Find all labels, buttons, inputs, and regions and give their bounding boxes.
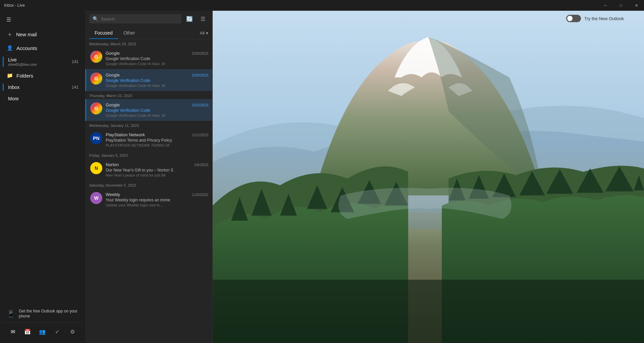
email-preview: PLAYSTATION NETWORK TERMS OF <box>106 143 208 147</box>
accounts-label: Accounts <box>16 45 37 51</box>
more-item[interactable]: More <box>3 93 83 105</box>
email-preview: Google Verification Code Hi Hani, W <box>106 84 208 88</box>
outlook-app-promo[interactable]: 📱 Get the free Outlook app on your phone <box>3 305 83 323</box>
more-label: More <box>8 96 19 101</box>
filter-chevron-icon: ▾ <box>206 31 208 36</box>
sidebar-bottom: 📱 Get the free Outlook app on your phone… <box>0 303 85 343</box>
email-subject: Your Weebly login requires an imme <box>106 198 208 202</box>
toggle-knob <box>567 16 573 21</box>
search-input[interactable] <box>101 16 178 21</box>
sidebar-top: ☰ ＋ New mail 👤 Accounts Live xlive65@liv… <box>0 11 85 105</box>
folders-icon: 📁 <box>7 72 13 79</box>
avatar: G <box>90 51 102 63</box>
email-date: 1/11/2023 <box>192 133 208 137</box>
email-subject: Google Verification Code <box>106 108 208 113</box>
email-content: Google 3/29/2023 Google Verification Cod… <box>106 72 208 88</box>
nav-calendar-icon[interactable]: 📅 <box>21 326 34 338</box>
email-preview: New Year's peace of mind for just $4. <box>106 173 208 177</box>
email-header: Weebly 11/5/2022 <box>106 192 208 197</box>
email-preview: Update your Weebly login now to... <box>106 203 208 207</box>
hamburger-button[interactable]: ☰ <box>3 13 15 26</box>
email-sender: Google <box>106 102 120 107</box>
search-input-wrap[interactable]: 🔍 <box>89 14 181 23</box>
background-image <box>213 11 644 343</box>
new-mail-button[interactable]: ＋ New mail <box>3 27 83 42</box>
mountain-svg <box>213 11 644 343</box>
avatar: G <box>90 102 102 114</box>
email-sender: Norton <box>106 162 119 167</box>
sidebar: ☰ ＋ New mail 👤 Accounts Live xlive65@liv… <box>0 11 85 343</box>
account-name: Live <box>8 57 72 62</box>
accounts-section[interactable]: 👤 Accounts <box>3 42 83 54</box>
email-list: Wednesday, March 29, 2023 G Google 3/29/… <box>85 39 212 343</box>
promo-text: Get the free Outlook app on your phone <box>19 309 79 319</box>
sidebar-nav-icons: ✉ 📅 👥 ✓ ⚙ <box>3 323 83 340</box>
email-subject: Google Verification Code <box>106 56 208 61</box>
accounts-icon: 👤 <box>7 45 13 51</box>
email-date: 3/29/2023 <box>192 73 208 77</box>
email-item[interactable]: G Google 3/29/2023 Google Verification C… <box>85 47 212 69</box>
email-subject: Google Verification Code <box>106 78 208 83</box>
folders-section[interactable]: 📁 Folders <box>3 69 83 82</box>
email-tabs: Focused Other All ▾ <box>85 27 212 39</box>
try-outlook-toggle: Try the New Outlook <box>566 15 624 22</box>
new-mail-icon: ＋ <box>7 30 13 38</box>
email-content: Norton 1/6/2023 Our New Year's Gift to y… <box>106 162 208 177</box>
new-mail-label: New mail <box>16 32 37 37</box>
filter-label: All <box>200 31 205 36</box>
email-content: Google 3/29/2023 Google Verification Cod… <box>106 51 208 66</box>
email-sender: Google <box>106 72 120 78</box>
svg-rect-18 <box>213 280 644 343</box>
account-info: Live xlive65@live.com <box>8 57 72 66</box>
email-header: Norton 1/6/2023 <box>106 162 208 167</box>
tab-focused[interactable]: Focused <box>89 27 118 39</box>
phone-icon: 📱 <box>6 309 15 318</box>
refresh-button[interactable]: 🔄 <box>184 13 195 24</box>
account-item-live[interactable]: Live xlive65@live.com 141 <box>3 54 83 69</box>
titlebar: Inbox - Live ─ □ ✕ <box>0 0 644 11</box>
email-header: PlayStation Network 1/11/2023 <box>106 132 208 137</box>
avatar: PN <box>90 132 102 144</box>
nav-tasks-icon[interactable]: ✓ <box>51 326 63 338</box>
tab-filter[interactable]: All ▾ <box>200 31 208 36</box>
search-icon: 🔍 <box>93 16 98 21</box>
inbox-label: Inbox <box>8 85 72 90</box>
date-separator-1: Wednesday, March 29, 2023 <box>85 39 212 47</box>
inbox-badge: 141 <box>72 85 78 90</box>
nav-people-icon[interactable]: 👥 <box>36 326 48 338</box>
email-content: Weebly 11/5/2022 Your Weebly login requi… <box>106 192 208 207</box>
try-outlook-label: Try the New Outlook <box>584 16 624 21</box>
reading-pane: Try the New Outlook <box>213 11 644 343</box>
email-item[interactable]: G Google 3/29/2023 Google Verification C… <box>85 69 212 91</box>
nav-settings-icon[interactable]: ⚙ <box>66 326 78 338</box>
filter-button[interactable]: ☰ <box>198 13 208 24</box>
email-header: Google 3/23/2023 <box>106 102 208 107</box>
email-item[interactable]: N Norton 1/6/2023 Our New Year's Gift to… <box>85 159 212 181</box>
date-separator-3: Wednesday, January 11, 2023 <box>85 121 212 129</box>
email-content: Google 3/23/2023 Google Verification Cod… <box>106 102 208 117</box>
date-separator-4: Friday, January 6, 2023 <box>85 151 212 159</box>
email-sender: Google <box>106 51 120 56</box>
avatar: N <box>90 162 102 174</box>
titlebar-controls: ─ □ ✕ <box>598 0 644 11</box>
email-item[interactable]: PN PlayStation Network 1/11/2023 PlaySta… <box>85 129 212 151</box>
date-separator-2: Thursday, March 23, 2023 <box>85 91 212 99</box>
date-separator-5: Saturday, November 5, 2022 <box>85 181 212 189</box>
email-date: 1/6/2023 <box>194 163 208 167</box>
email-sender: PlayStation Network <box>106 132 145 137</box>
close-button[interactable]: ✕ <box>629 0 644 11</box>
app-body: ☰ ＋ New mail 👤 Accounts Live xlive65@liv… <box>0 11 644 343</box>
email-subject: Our New Year's Gift to you – Norton S <box>106 168 208 173</box>
email-item[interactable]: G Google 3/23/2023 Google Verification C… <box>85 99 212 121</box>
folder-item-inbox[interactable]: Inbox 141 <box>3 82 83 93</box>
maximize-button[interactable]: □ <box>613 0 629 11</box>
nav-mail-icon[interactable]: ✉ <box>7 326 19 338</box>
email-preview: Google Verification Code Hi Hani, W <box>106 62 208 66</box>
minimize-button[interactable]: ─ <box>598 0 613 11</box>
email-date: 11/5/2022 <box>192 193 208 197</box>
email-item[interactable]: W Weebly 11/5/2022 Your Weebly login req… <box>85 189 212 210</box>
try-outlook-toggle-switch[interactable] <box>566 15 581 22</box>
email-subject: PlayStation Terms and Privacy Policy <box>106 138 208 143</box>
tab-other[interactable]: Other <box>118 27 141 39</box>
email-date: 3/29/2023 <box>192 51 208 55</box>
